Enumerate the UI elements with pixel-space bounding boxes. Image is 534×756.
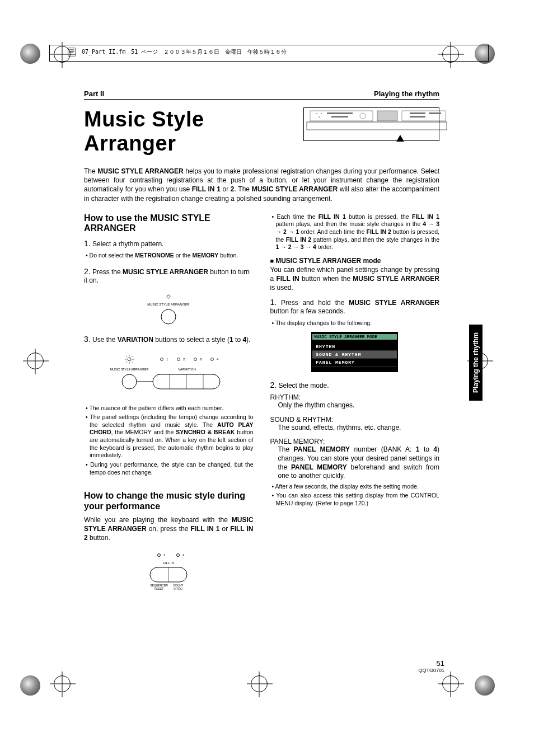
svg-line-26	[132, 356, 133, 357]
tail-note-2: You can also access this setting display…	[270, 492, 440, 507]
svg-text:2: 2	[182, 553, 185, 557]
step-3: 3. Use the VARIATION buttons to select a…	[84, 334, 254, 345]
svg-rect-14	[410, 112, 425, 114]
crop-ball-bl	[20, 675, 40, 696]
svg-line-27	[126, 361, 127, 363]
arrow-up-icon	[396, 135, 404, 142]
crop-target-icon	[251, 675, 268, 692]
svg-point-10	[321, 113, 322, 114]
svg-rect-1	[69, 50, 74, 50]
svg-point-8	[360, 113, 366, 119]
svg-text:3: 3	[200, 358, 202, 361]
svg-rect-16	[429, 112, 441, 114]
step-1: 1. Select a rhythm pattern.	[84, 238, 254, 249]
svg-line-28	[132, 361, 133, 363]
display-screenshot: MUSIC STYLE ARRANGER MODE RHYTHM SOUND &…	[311, 332, 398, 372]
svg-text:2: 2	[183, 358, 185, 361]
svg-point-29	[161, 358, 163, 360]
right-column: Each time the FILL IN 1 button is presse…	[270, 213, 440, 602]
svg-point-45	[158, 553, 161, 556]
keyboard-thumbnail	[303, 107, 439, 141]
page-title: Music Style Arranger	[84, 107, 287, 156]
note-tempo: During your performance, the style can b…	[84, 461, 254, 476]
svg-rect-15	[410, 116, 425, 118]
change-heading: How to change the music style during you…	[84, 491, 254, 511]
svg-text:FILL IN: FILL IN	[163, 561, 174, 565]
crop-target-icon	[442, 675, 459, 692]
tail-note-1: After a few seconds, the display exits t…	[270, 483, 440, 491]
svg-rect-13	[331, 116, 348, 118]
svg-rect-3	[69, 53, 73, 53]
figure-msa-button: MUSIC STYLE ARRANGER	[84, 293, 254, 328]
crop-ball-br	[475, 675, 495, 696]
fillin-order-note: Each time the FILL IN 1 button is presse…	[270, 213, 440, 251]
page-number: 51 QQTG0701	[418, 659, 444, 673]
left-column: How to use the MUSIC STYLE ARRANGER 1. S…	[84, 213, 254, 602]
step-2: 2. Press the MUSIC STYLE ARRANGER button…	[84, 266, 254, 285]
intro-paragraph: The MUSIC STYLE ARRANGER helps you to ma…	[84, 167, 439, 203]
mode-heading: MUSIC STYLE ARRANGER mode	[270, 257, 440, 265]
svg-point-30	[177, 358, 180, 360]
svg-text:MUSIC STYLE ARRANGER: MUSIC STYLE ARRANGER	[110, 368, 149, 371]
section-label: Playing the rhythm	[374, 90, 439, 98]
svg-line-25	[126, 356, 127, 357]
svg-point-47	[177, 553, 180, 556]
crop-target-icon	[27, 353, 44, 369]
mode-step-2: 2. Select the mode.	[270, 380, 440, 391]
title-row: Music Style Arranger	[84, 107, 439, 156]
svg-rect-12	[327, 112, 353, 114]
slug-line: 07_Part II.fm 51 ページ ２００３年５月１６日 金曜日 午後５時…	[67, 47, 287, 57]
svg-text:1: 1	[163, 553, 166, 557]
mode-paragraph: You can define which panel settings chan…	[270, 266, 440, 293]
figure-fillin-buttons: 1 2 FILL IN SEQUENCER RESET COUNT INTRO	[84, 551, 254, 596]
svg-rect-2	[69, 51, 74, 51]
note-nuance: The nuance of the pattern differs with e…	[84, 405, 254, 412]
svg-point-9	[316, 113, 317, 114]
step-1-note: Do not select the METRONOME or the MEMOR…	[84, 252, 254, 260]
change-paragraph: While you are playing the keyboard with …	[84, 516, 254, 543]
svg-text:RESET: RESET	[154, 587, 164, 590]
note-panel-settings: The panel settings (including the tempo)…	[84, 414, 254, 459]
mode-panel-memory: PANEL MEMORY: The PANEL MEMORY number (B…	[270, 438, 440, 507]
svg-text:INTRO: INTRO	[174, 587, 182, 590]
part-label: Part II	[84, 90, 104, 98]
svg-text:1: 1	[166, 358, 168, 361]
svg-point-31	[194, 358, 197, 360]
svg-point-20	[128, 358, 131, 361]
page-content: Part II Playing the rhythm Music Style A…	[84, 90, 439, 602]
crop-target-icon	[54, 675, 71, 692]
mode-step-1-note: The display changes to the following.	[270, 320, 440, 327]
svg-rect-4	[307, 122, 447, 130]
svg-point-19	[161, 309, 176, 324]
howto-heading: How to use the MUSIC STYLE ARRANGER	[84, 213, 254, 234]
svg-point-11	[318, 116, 320, 118]
svg-point-32	[211, 358, 214, 360]
svg-point-18	[167, 295, 170, 298]
mode-rhythm: RHYTHM: Only the rhythm changes.	[270, 393, 440, 410]
svg-text:4: 4	[217, 358, 219, 361]
svg-point-39	[122, 374, 137, 389]
svg-text:VARIATION: VARIATION	[179, 368, 196, 371]
figure-variation-buttons: 1 2 3 4 MUSIC STYLE ARRANGER VARIATION	[84, 353, 254, 399]
mode-step-1: 1. Press and hold the MUSIC STYLE ARRANG…	[270, 297, 440, 316]
fig1-label: MUSIC STYLE ARRANGER	[148, 303, 190, 306]
crop-ball-tl	[20, 44, 40, 64]
mode-sound-rhythm: SOUND & RHYTHM: The sound, effects, rhyt…	[270, 416, 440, 433]
svg-rect-0	[68, 48, 76, 56]
svg-rect-6	[377, 111, 397, 121]
side-tab: Playing the rhythm	[469, 325, 483, 401]
header-row: Part II Playing the rhythm	[84, 90, 439, 100]
